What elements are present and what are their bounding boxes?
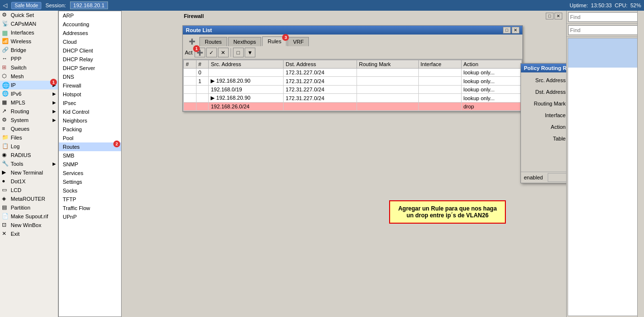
- sidebar-item-queues[interactable]: ≡ Queues: [0, 124, 58, 133]
- submenu-services[interactable]: Services: [59, 169, 121, 177]
- sidebar-item-radius[interactable]: ◉ RADIUS: [0, 151, 58, 159]
- table-row[interactable]: 1 ▶ 192.168.20.90 172.31.227.0/24 lookup…: [184, 77, 522, 86]
- tab-vrf[interactable]: VRF: [287, 37, 309, 46]
- route-list-controls: □ ✕: [503, 27, 519, 34]
- src-address-row: Src. Address: ▼: [524, 75, 566, 85]
- submenu-snmp[interactable]: SNMP: [59, 160, 121, 169]
- table-row[interactable]: ▶ 192.168.20.90 172.31.227.0/24 lookup o…: [184, 94, 522, 103]
- submenu-ipsec[interactable]: IPsec: [59, 99, 121, 107]
- route-list-titlebar: Route List □ ✕: [183, 26, 522, 35]
- sidebar-item-new-winbox[interactable]: ⊡ New WinBox: [0, 221, 58, 229]
- sidebar-item-wireless[interactable]: 📶 Wireless: [0, 37, 58, 46]
- cell-dst: 172.31.227.0/24: [284, 86, 357, 94]
- sidebar-item-label: Quick Set: [11, 12, 34, 18]
- sidebar-item-bridge[interactable]: 🔗 Bridge: [0, 46, 58, 54]
- submenu-accounting[interactable]: Accounting: [59, 20, 121, 29]
- submenu-dns[interactable]: DNS: [59, 72, 121, 81]
- right-filter-input[interactable]: [568, 25, 639, 35]
- sidebar-item-ipv6[interactable]: 🌐 IPv6 ▶: [0, 89, 58, 98]
- sidebar-item-mesh[interactable]: ⬡ Mesh: [0, 72, 58, 81]
- submenu-dhcp-client[interactable]: DHCP Client: [59, 46, 121, 55]
- submenu-dhcp-server[interactable]: DHCP Server: [59, 64, 121, 72]
- firewall-maximize-btn[interactable]: □: [546, 13, 554, 19]
- sidebar-item-mpls[interactable]: ▦ MPLS ▶: [0, 98, 58, 107]
- sidebar-item-system[interactable]: ⚙ System ▶: [0, 116, 58, 124]
- submenu-kid-control[interactable]: Kid Control: [59, 107, 121, 116]
- submenu-hotspot[interactable]: Hotspot: [59, 90, 121, 99]
- sidebar-item-partition[interactable]: ▤ Partition: [0, 203, 58, 212]
- square-button[interactable]: □: [233, 48, 244, 57]
- delete-button[interactable]: ✕: [218, 48, 229, 57]
- right-scrollbar[interactable]: [637, 11, 644, 317]
- right-panel: all ▲ + − Filter: [566, 11, 644, 317]
- col-hash: #: [184, 60, 197, 69]
- mesh-icon: ⬡: [2, 73, 9, 80]
- sidebar-item-dot1x[interactable]: ● Dot1X: [0, 177, 58, 186]
- tab-rules[interactable]: Rules 3: [262, 36, 286, 46]
- submenu-arp[interactable]: ARP: [59, 11, 121, 20]
- firewall-close-btn[interactable]: ✕: [555, 13, 562, 19]
- table-row[interactable]: 192.168.0/19 172.31.227.0/24 lookup only…: [184, 86, 522, 94]
- submenu-traffic-flow[interactable]: Traffic Flow: [59, 204, 121, 212]
- submenu-dhcp-relay[interactable]: DHCP Relay: [59, 55, 121, 64]
- submenu-socks[interactable]: Socks: [59, 186, 121, 195]
- system-arrow: ▶: [53, 118, 56, 123]
- filter-button[interactable]: ▼: [245, 48, 255, 57]
- tab-routes[interactable]: Routes: [199, 37, 227, 46]
- cell-iface: [418, 69, 461, 77]
- cell-iface: [418, 94, 461, 103]
- sidebar-item-capsman[interactable]: 📡 CAPsMAN: [0, 19, 58, 28]
- right-find-input[interactable]: [568, 12, 639, 22]
- submenu-firewall[interactable]: Firewall: [59, 81, 121, 90]
- tab-rules-label: Rules: [268, 38, 281, 44]
- cell-num: [196, 86, 209, 94]
- sidebar-item-routing[interactable]: ↗ Routing ▶: [0, 107, 58, 116]
- submenu-cloud[interactable]: Cloud: [59, 37, 121, 46]
- route-list-title: Route List: [186, 27, 212, 33]
- submenu-routes[interactable]: Routes 2: [59, 142, 121, 151]
- route-list-restore-btn[interactable]: □: [503, 27, 511, 34]
- firewall-title: Firewall: [184, 13, 204, 19]
- sidebar-item-ip[interactable]: 🌐 IP ▶ 1: [0, 81, 58, 89]
- cell-src: ▶ 192.168.20.90: [209, 94, 284, 103]
- tab-nexthops[interactable]: Nexthops: [228, 37, 261, 46]
- ip-badge: 1: [50, 79, 57, 86]
- table-row[interactable]: 0 172.31.227.0/24 lookup only...: [184, 69, 522, 77]
- sidebar-item-ppp[interactable]: ↔ PPP: [0, 54, 58, 63]
- sidebar-item-make-supout[interactable]: 📄 Make Supout.rif: [0, 212, 58, 221]
- table-row-selected[interactable]: 192.168.26.0/24 drop: [184, 103, 522, 111]
- submenu-neighbors[interactable]: Neighbors: [59, 116, 121, 125]
- cell-dst: [284, 103, 357, 111]
- sidebar-item-new-terminal[interactable]: ▶ New Terminal: [0, 168, 58, 177]
- submenu-settings[interactable]: Settings: [59, 177, 121, 186]
- submenu-tftp[interactable]: TFTP: [59, 195, 121, 204]
- cell-hash: [184, 86, 197, 94]
- route-list-close-btn[interactable]: ✕: [512, 27, 519, 34]
- policy-status-input[interactable]: [548, 173, 566, 182]
- sidebar-item-log[interactable]: 📋 Log: [0, 142, 58, 151]
- submenu-packing[interactable]: Packing: [59, 125, 121, 134]
- sidebar-item-interfaces[interactable]: ▦ Interfaces: [0, 28, 58, 37]
- exit-icon: ✕: [2, 230, 9, 237]
- sidebar-item-exit[interactable]: ✕ Exit: [0, 229, 58, 238]
- action-label: Action:: [524, 124, 566, 130]
- sidebar-item-quick-set[interactable]: ⚙ Quick Set: [0, 11, 58, 19]
- cell-iface: [418, 103, 461, 111]
- submenu-smb[interactable]: SMB: [59, 151, 121, 160]
- submenu-pool[interactable]: Pool: [59, 134, 121, 142]
- sidebar-item-metarouter[interactable]: ◈ MetaROUTER: [0, 194, 58, 203]
- check-button[interactable]: ✓: [206, 48, 217, 57]
- sidebar-item-label: MPLS: [11, 100, 25, 106]
- partition-icon: ▤: [2, 204, 9, 211]
- sidebar-item-lcd[interactable]: ▭ LCD: [0, 186, 58, 194]
- sidebar-item-files[interactable]: 📁 Files: [0, 133, 58, 142]
- submenu-addresses[interactable]: Addresses: [59, 29, 121, 37]
- safe-mode-button[interactable]: Safe Mode: [11, 2, 41, 9]
- topbar-left: ◁ Safe Mode Session: 192.168.20.1: [3, 1, 108, 9]
- table-label: Table:: [524, 136, 566, 141]
- sidebar-item-tools[interactable]: 🔧 Tools ▶: [0, 159, 58, 168]
- dst-address-label: Dst. Address:: [524, 89, 566, 95]
- submenu-upnp[interactable]: UPnP: [59, 212, 121, 221]
- cell-src: 192.168.0/19: [209, 86, 284, 94]
- sidebar-item-switch[interactable]: ⊞ Switch: [0, 63, 58, 72]
